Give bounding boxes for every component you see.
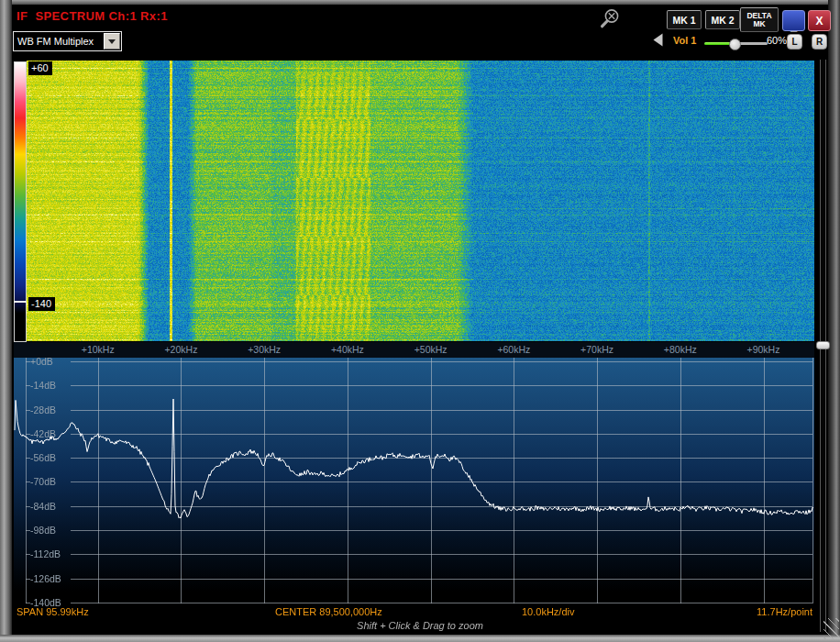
mk2-button[interactable]: MK 2 — [705, 10, 740, 29]
status-per-div: 10.0kHz/div — [522, 606, 574, 617]
mk1-button[interactable]: MK 1 — [667, 10, 702, 29]
resize-grip[interactable] — [823, 618, 839, 640]
delta-mk-line2: MK — [753, 19, 765, 28]
minimize-button[interactable]: _ — [782, 10, 805, 31]
chevron-down-icon[interactable] — [104, 33, 120, 50]
close-button[interactable]: X — [808, 10, 831, 31]
volume-label: Vol 1 — [673, 35, 696, 46]
spectrum-trace — [14, 358, 814, 603]
freq-tick-label: +20kHz — [164, 344, 197, 355]
window-title: IF SPECTRUM Ch:1 Rx:1 — [17, 9, 168, 23]
freq-tick-label: +50kHz — [414, 344, 448, 355]
splitter-thumb[interactable] — [816, 341, 830, 349]
freq-tick-label: +90kHz — [747, 344, 780, 355]
mode-select-value: WB FM Multiplex — [14, 36, 104, 47]
mode-select[interactable]: WB FM Multiplex — [13, 31, 122, 51]
window-frame-left — [0, 0, 12, 642]
window-frame-right — [828, 0, 840, 642]
colorbar-min-label: -140 — [28, 297, 55, 311]
status-span: SPAN 95.99kHz — [17, 606, 89, 617]
freq-tick-label: +10kHz — [82, 344, 115, 355]
zoom-hint: Shift + Click & Drag to zoom — [12, 620, 828, 631]
volume-percent: 60% — [767, 35, 787, 46]
delta-mk-button[interactable]: DELTA MK — [740, 7, 779, 32]
audio-left-button[interactable]: L — [787, 34, 802, 50]
spectrum-plot[interactable]: +0dB-14dB-28dB-42dB-56dB-70dB-84dB-98dB-… — [14, 358, 814, 603]
status-center: CENTER 89,500,000Hz — [275, 606, 382, 617]
app-window: IF SPECTRUM Ch:1 Rx:1 WB FM Multiplex MK… — [0, 0, 840, 642]
content-area: IF SPECTRUM Ch:1 Rx:1 WB FM Multiplex MK… — [12, 5, 828, 635]
speaker-icon[interactable] — [651, 33, 664, 47]
zoom-disabled-icon[interactable] — [598, 7, 623, 30]
window-frame-bottom — [0, 635, 840, 642]
frequency-axis: +10kHz+20kHz+30kHz+40kHz+50kHz+60kHz+70k… — [14, 342, 814, 358]
colorbar-min-tick — [14, 301, 27, 303]
freq-tick-label: +30kHz — [248, 344, 281, 355]
freq-tick-label: +40kHz — [331, 344, 364, 355]
volume-slider-thumb[interactable] — [729, 39, 741, 50]
waterfall-canvas[interactable] — [27, 61, 814, 341]
waterfall-display: +60 -140 — [14, 61, 814, 341]
freq-tick-label: +60kHz — [497, 344, 530, 355]
audio-right-button[interactable]: R — [812, 34, 827, 50]
freq-tick-label: +70kHz — [580, 344, 613, 355]
colorbar-max-label: +60 — [28, 61, 52, 75]
status-per-point: 11.7Hz/point — [757, 606, 812, 617]
freq-tick-label: +80kHz — [664, 344, 697, 355]
